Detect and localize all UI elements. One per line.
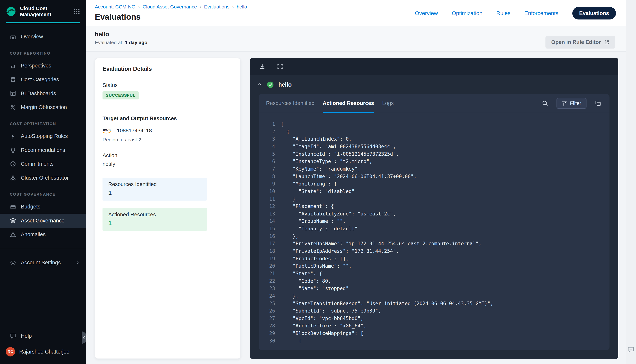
help-label: Help [21,333,32,339]
breadcrumb-cloud-asset-governance[interactable]: Cloud Asset Governance [143,4,197,10]
sidebar-item-budgets[interactable]: Budgets [0,200,86,214]
filter-button[interactable]: Filter [556,98,586,109]
code-line: "AvailabilityZone": "us-east-2c", [266,210,601,218]
nav-link-rules[interactable]: Rules [496,10,510,16]
percent-icon [10,104,16,111]
filter-funnel-icon [562,101,567,106]
code-line: "Architecture": "x86_64", [266,322,601,330]
target-account-row: aws 108817434118 [103,127,233,134]
tab-logs[interactable]: Logs [382,94,394,113]
sidebar-item-label: Budgets [21,204,40,210]
fullscreen-button[interactable] [277,63,283,70]
code-line: }, [266,195,601,203]
sidebar-bottom: Help RC Rajarshee Chatterjee [0,329,86,364]
help-chat-icon [10,333,16,339]
lightbulb-icon [10,147,16,154]
search-icon [542,100,548,107]
page-header: Account: CCM-NG › Cloud Asset Governance… [86,0,626,26]
app-root: Cloud Cost Management Overview COST REPO… [0,0,636,364]
sidebar-item-anomalies[interactable]: Anomalies [0,228,86,242]
layers-icon [10,217,16,224]
evaluated-at-value: 1 day ago [125,40,147,45]
nav-pill-evaluations[interactable]: Evaluations [572,7,616,20]
code-line: "AmiLaunchIndex": 0, [266,135,601,143]
actioned-resources-label: Actioned Resources [108,212,201,218]
sidebar-item-label: BI Dashboards [21,90,56,96]
details-card-title: Evaluation Details [103,66,233,72]
result-tabs: Resources Identified Actioned Resources … [259,94,609,113]
sidebar-item-cluster-orchestrator[interactable]: Cluster Orchestrator [0,171,86,185]
evaluation-subheader: hello Evaluated at: 1 day ago Open in Ru… [86,26,626,52]
right-gutter [626,0,636,364]
sidebar-section-cost-reporting: COST REPORTING [0,44,86,59]
code-line: "GroupName": "", [266,218,601,225]
nav-link-optimization[interactable]: Optimization [452,10,483,16]
target-region: Region: us-east-2 [103,137,233,143]
sidebar-item-bi-dashboards[interactable]: BI Dashboards [0,86,86,100]
sidebar-item-label: Cost Categories [21,76,59,82]
open-in-rule-editor-button[interactable]: Open in Rule Editor [545,36,615,49]
sidebar-divider [0,248,86,248]
external-link-icon [604,40,609,45]
code-line: "State": "disabled" [266,188,601,195]
resources-identified-value: 1 [108,189,201,196]
user-menu[interactable]: RC Rajarshee Chatterjee [0,343,86,359]
success-check-icon [267,81,274,88]
module-switcher-grid-icon[interactable] [73,8,80,15]
code-line: "Monitoring": { [266,180,601,188]
content-area: Evaluation Details Status SUCCESSFUL Tar… [86,52,626,364]
sidebar-item-asset-governance[interactable]: Asset Governance [0,214,86,228]
nav-link-overview[interactable]: Overview [415,10,438,16]
sidebar: Cloud Cost Management Overview COST REPO… [0,0,86,364]
breadcrumb-current[interactable]: hello [237,4,247,10]
code-line: "ImageId": "ami-002438e556dd03e4c", [266,143,601,150]
wallet-icon [10,204,16,210]
sidebar-item-label: Anomalies [21,232,46,238]
download-icon [259,63,266,70]
sidebar-nav: Overview COST REPORTING Perspectives Cos… [0,26,86,270]
sidebar-item-label: AutoStopping Rules [21,133,68,139]
code-line: }, [266,232,601,240]
code-line: "InstanceType": "t2.micro", [266,158,601,165]
breadcrumb-evaluations[interactable]: Evaluations [204,4,229,10]
breadcrumb-account[interactable]: Account: CCM-NG [95,4,135,10]
code-line: "StateTransitionReason": "User initiated… [266,300,601,308]
open-in-rule-editor-label: Open in Rule Editor [551,39,601,45]
ccm-logo-icon[interactable] [6,6,16,17]
code-line: "PrivateIpAddress": "172.31.44.254", [266,248,601,255]
sidebar-item-autostopping-rules[interactable]: AutoStopping Rules [0,129,86,143]
code-line: "Tenancy": "default" [266,225,601,232]
collapse-result-button[interactable] [257,82,262,88]
bar-chart-icon [10,62,16,69]
sidebar-item-label: Account Settings [21,260,61,266]
copy-button[interactable] [595,100,601,107]
sidebar-item-margin-obfuscation[interactable]: Margin Obfuscation [0,100,86,114]
tab-resources-identified[interactable]: Resources Identified [266,94,314,113]
assistant-chat-icon[interactable] [627,346,635,355]
code-line: "PublicDnsName": "", [266,262,601,270]
sidebar-item-commitments[interactable]: Commitments [0,157,86,171]
json-code-viewer[interactable]: [ { "AmiLaunchIndex": 0, "ImageId": "ami… [259,113,609,350]
sidebar-item-cost-categories[interactable]: Cost Categories [0,72,86,86]
chevron-left-icon [83,336,86,340]
search-button[interactable] [542,100,548,107]
details-divider [103,108,233,108]
code-line: "InstanceId": "i-00512145e7372325d", [266,150,601,158]
sidebar-item-overview[interactable]: Overview [0,30,86,44]
sidebar-item-recommendations[interactable]: Recommendations [0,143,86,157]
evaluation-details-card: Evaluation Details Status SUCCESSFUL Tar… [95,58,241,359]
download-button[interactable] [259,63,266,70]
aws-logo-icon: aws [103,127,114,134]
tab-actioned-resources[interactable]: Actioned Resources [323,94,374,113]
sidebar-item-label: Cluster Orchestrator [21,175,69,181]
breadcrumb-separator: › [200,4,201,10]
filter-label: Filter [570,100,581,106]
nav-link-enforcements[interactable]: Enforcements [524,10,558,16]
sidebar-item-perspectives[interactable]: Perspectives [0,59,86,72]
code-line: "VpcId": "vpc-bb845bd0", [266,315,601,322]
code-line: [ [266,120,601,128]
main-area: Account: CCM-NG › Cloud Asset Governance… [86,0,626,364]
sidebar-item-help[interactable]: Help [0,329,86,343]
sidebar-item-account-settings[interactable]: Account Settings [0,256,86,270]
app-title: Cloud Cost Management [20,5,56,18]
